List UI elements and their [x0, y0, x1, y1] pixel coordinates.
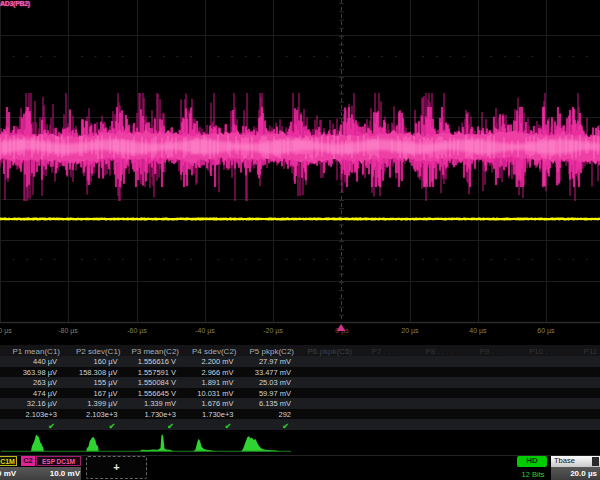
svg-text:40 µs: 40 µs — [469, 327, 487, 335]
svg-text:60 µs: 60 µs — [537, 327, 555, 335]
svg-text:-20 µs: -20 µs — [263, 327, 283, 335]
svg-text:-40 µs: -40 µs — [195, 327, 215, 335]
svg-text:20 µs: 20 µs — [401, 327, 419, 335]
svg-text:-60 µs: -60 µs — [127, 327, 147, 335]
svg-text:-80 µs: -80 µs — [58, 327, 78, 335]
svg-text:-100 µs: -100 µs — [0, 327, 12, 335]
